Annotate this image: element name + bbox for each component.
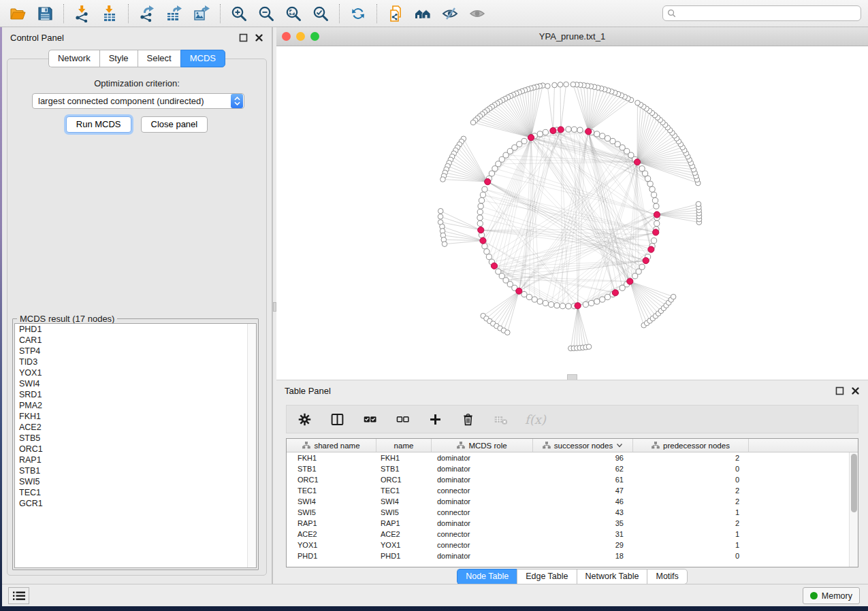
result-node-item[interactable]: FKH1 — [15, 411, 256, 422]
network-graph[interactable] — [276, 46, 868, 380]
tab-select[interactable]: Select — [138, 50, 180, 67]
table-row-ACE2[interactable]: ACE2ACE2connector311 — [287, 529, 849, 540]
tab-edge-table[interactable]: Edge Table — [517, 569, 576, 584]
result-node-item[interactable]: TID3 — [15, 357, 256, 367]
result-node-item[interactable]: PHD1 — [15, 324, 256, 335]
tab-network-table[interactable]: Network Table — [577, 569, 647, 584]
split-panel-button[interactable] — [329, 411, 345, 427]
export-image-button[interactable] — [191, 3, 212, 24]
table-row-YOX1[interactable]: YOX1YOX1connector291 — [287, 540, 849, 550]
zoom-in-button[interactable] — [228, 3, 250, 24]
table-row-FKH1[interactable]: FKH1FKH1dominator962 — [287, 452, 849, 463]
search-input[interactable] — [679, 9, 856, 18]
column-header-MCDS-role[interactable]: MCDS role — [432, 439, 533, 452]
table-row-SWI5[interactable]: SWI5SWI5connector431 — [287, 507, 849, 518]
result-node-item[interactable]: YOX1 — [15, 367, 256, 378]
application-window: Control Panel NetworkStyleSelectMCDS Opt… — [0, 0, 868, 611]
table-settings-button[interactable] — [296, 411, 312, 427]
result-list-scrollbar[interactable] — [247, 324, 256, 567]
tab-network[interactable]: Network — [48, 50, 99, 67]
run-mcds-button[interactable]: Run MCDS — [66, 116, 131, 133]
export-table-button[interactable] — [163, 3, 185, 24]
result-node-item[interactable]: TEC1 — [15, 487, 256, 498]
float-panel-icon[interactable] — [239, 33, 248, 42]
result-node-item[interactable]: SWI4 — [15, 378, 256, 389]
result-node-item[interactable]: SRD1 — [15, 389, 256, 400]
cell-shared-name: FKH1 — [287, 454, 376, 462]
table-row-PHD1[interactable]: PHD1PHD1dominator180 — [287, 550, 849, 561]
import-network-button[interactable] — [71, 3, 93, 24]
open-file-button[interactable] — [7, 3, 29, 24]
table-row-RAP1[interactable]: RAP1RAP1dominator352 — [287, 518, 849, 529]
column-header-successor-nodes[interactable]: successor nodes — [533, 439, 633, 452]
memory-status-icon — [810, 592, 818, 599]
cell-MCDS-role: dominator — [432, 519, 533, 527]
table-row-SWI4[interactable]: SWI4SWI4dominator462 — [287, 496, 849, 507]
task-history-button[interactable] — [8, 587, 29, 604]
column-label: successor nodes — [554, 442, 613, 450]
create-column-button[interactable] — [427, 411, 443, 427]
result-node-item[interactable]: ACE2 — [15, 422, 256, 433]
cell-predecessor-nodes: 1 — [633, 508, 749, 516]
cell-predecessor-nodes: 0 — [633, 465, 749, 473]
result-node-item[interactable]: STB5 — [15, 433, 256, 444]
zoom-selected-button[interactable] — [310, 3, 332, 24]
cell-shared-name: SWI5 — [287, 508, 376, 516]
table-row-ORC1[interactable]: ORC1ORC1dominator610 — [287, 474, 849, 485]
tab-mcds[interactable]: MCDS — [180, 50, 225, 67]
cell-MCDS-role: dominator — [432, 552, 533, 560]
mcds-result-list[interactable]: PHD1CAR1STP4TID3YOX1SWI4SRD1PMA2FKH1ACE2… — [14, 323, 257, 568]
table-row-STB1[interactable]: STB1STB1dominator620 — [287, 463, 849, 474]
hide-selected-button[interactable] — [439, 3, 461, 24]
result-node-item[interactable]: RAP1 — [15, 455, 256, 465]
result-node-item[interactable]: SWI5 — [15, 476, 256, 487]
tab-node-table[interactable]: Node Table — [457, 569, 517, 584]
result-node-item[interactable]: GCR1 — [15, 498, 256, 509]
first-neighbors-button[interactable] — [412, 3, 434, 24]
close-table-panel-icon[interactable] — [851, 386, 860, 395]
float-table-panel-icon[interactable] — [835, 386, 844, 395]
cell-shared-name: TEC1 — [287, 486, 376, 495]
close-panel-button[interactable]: Close panel — [141, 116, 208, 133]
column-header-shared-name[interactable]: shared name — [287, 439, 376, 452]
select-all-icon — [363, 412, 377, 427]
clone-network-button[interactable] — [385, 3, 406, 24]
result-node-item[interactable]: PMA2 — [15, 400, 256, 411]
search-icon — [667, 9, 676, 18]
network-titlebar[interactable]: YPA_prune.txt_1 — [276, 27, 868, 46]
column-header-predecessor-nodes[interactable]: predecessor nodes — [633, 439, 749, 452]
result-node-item[interactable]: STP4 — [15, 346, 256, 357]
network-canvas[interactable] — [276, 46, 868, 380]
zoom-fit-button[interactable] — [283, 3, 304, 24]
cell-successor-nodes: 62 — [533, 465, 633, 473]
show-all-button[interactable] — [466, 3, 488, 24]
table-scrollbar-thumb[interactable] — [851, 454, 857, 512]
tab-motifs[interactable]: Motifs — [647, 569, 687, 584]
cell-name: PHD1 — [376, 552, 432, 560]
tab-style[interactable]: Style — [99, 50, 138, 67]
result-node-item[interactable]: ORC1 — [15, 444, 256, 455]
select-all-rows-button[interactable] — [361, 411, 378, 427]
save-session-button[interactable] — [34, 3, 56, 24]
close-panel-icon[interactable] — [255, 33, 263, 42]
eye-slash-icon — [441, 5, 459, 22]
result-node-item[interactable]: CAR1 — [15, 335, 256, 346]
column-label: predecessor nodes — [663, 442, 730, 450]
result-node-item[interactable]: STB1 — [15, 465, 256, 476]
deselect-all-rows-button[interactable] — [394, 411, 411, 427]
column-header-name[interactable]: name — [376, 439, 432, 452]
cell-successor-nodes: 96 — [533, 454, 633, 462]
zoom-out-button[interactable] — [255, 3, 277, 24]
split-columns-icon — [330, 412, 344, 427]
canvas-splitter-handle[interactable] — [567, 374, 577, 380]
table-panel-title: Table Panel — [285, 386, 331, 396]
export-network-button[interactable] — [136, 3, 158, 24]
search-field[interactable] — [662, 5, 861, 21]
refresh-layout-button[interactable] — [347, 3, 369, 24]
table-scrollbar[interactable] — [849, 452, 858, 567]
table-row-TEC1[interactable]: TEC1TEC1connector472 — [287, 485, 849, 496]
import-table-button[interactable] — [99, 3, 120, 24]
memory-button[interactable]: Memory — [803, 587, 860, 604]
optimization-select[interactable]: largest connected component (undirected) — [32, 93, 244, 109]
delete-column-button[interactable] — [460, 411, 476, 427]
